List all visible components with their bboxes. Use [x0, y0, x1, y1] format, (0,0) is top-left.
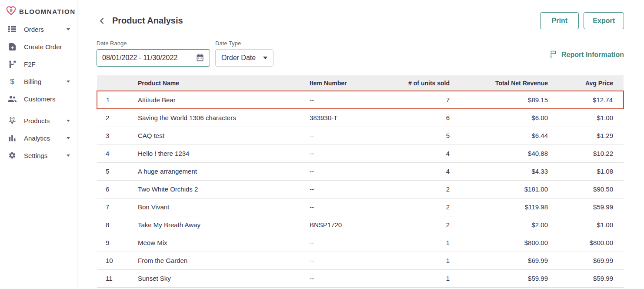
sidebar-item-create-order[interactable]: Create Order — [0, 38, 77, 55]
units-sold-cell: 1 — [400, 234, 457, 252]
table-row[interactable]: 11Sunset Sky--1$59.99$59.99 — [97, 269, 624, 287]
avg-price-cell: $1.08 — [555, 162, 624, 180]
rank-column-header — [97, 75, 131, 91]
sidebar-divider — [0, 110, 77, 110]
units-sold-cell: 1 — [400, 269, 457, 287]
sidebar-item-settings[interactable]: Settings — [0, 147, 77, 164]
total-net-revenue-cell: $89.15 — [457, 91, 555, 109]
date-type-value: Order Date — [221, 54, 256, 62]
avg-price-cell: $12.74 — [555, 91, 624, 109]
date-range-input-wrap — [97, 49, 210, 67]
sidebar-nav: Orders Create Order — [0, 20, 77, 164]
rank-cell: 10 — [97, 252, 131, 269]
date-range-label: Date Range — [97, 40, 210, 47]
bar-chart-icon — [8, 135, 17, 141]
total-net-revenue-cell: $800.00 — [457, 234, 555, 252]
units-sold-cell: 2 — [400, 198, 457, 216]
product-name-column-header: Product Name — [131, 75, 303, 91]
date-type-select[interactable]: Order Date — [215, 49, 274, 67]
avg-price-cell: $10.22 — [555, 144, 624, 162]
product-name-cell: Two White Orchids 2 — [131, 180, 303, 198]
total-net-revenue-cell: $59.99 — [457, 269, 555, 287]
avg-price-cell: $69.99 — [555, 252, 624, 269]
chevron-down-icon — [67, 137, 70, 139]
item-number-cell: -- — [303, 144, 400, 162]
product-name-cell: From the Garden — [131, 252, 303, 269]
item-number-cell: -- — [303, 162, 400, 180]
sidebar-item-label: Create Order — [24, 43, 70, 50]
revenue-column-header: Total Net Revenue — [457, 75, 555, 91]
product-name-cell: A huge arrangement — [131, 162, 303, 180]
table-header-row: Product Name Item Number # of units sold… — [97, 75, 624, 91]
bloomnation-heart-icon — [6, 6, 16, 17]
page-header: Product Analysis Print Export — [97, 12, 624, 29]
sidebar-item-label: F2F — [24, 60, 70, 68]
avg-price-cell: $1.00 — [555, 216, 624, 234]
people-icon — [8, 96, 17, 102]
sidebar-item-label: Orders — [24, 26, 67, 33]
units-sold-cell: 7 — [400, 91, 457, 109]
table-row[interactable]: 6Two White Orchids 2--2$181.00$90.50 — [97, 180, 624, 198]
back-button[interactable] — [97, 15, 108, 27]
total-net-revenue-cell: $2.00 — [457, 216, 555, 234]
sidebar-item-analytics[interactable]: Analytics — [0, 129, 77, 147]
table-row[interactable]: 5A huge arrangement--4$4.33$1.08 — [97, 162, 624, 180]
sidebar: BLOOMNATION Orders — [0, 0, 77, 289]
product-analysis-table: Product Name Item Number # of units sold… — [97, 75, 624, 288]
date-type-field: Date Type Order Date — [215, 40, 274, 67]
chevron-down-icon — [67, 28, 70, 30]
item-number-cell: -- — [303, 269, 400, 287]
sidebar-item-label: Settings — [24, 152, 67, 159]
table-row[interactable]: 1Attitude Bear--7$89.15$12.74 — [97, 91, 624, 109]
total-net-revenue-cell: $6.00 — [457, 109, 555, 127]
table-row[interactable]: 4Hello ! there 1234--4$40.88$10.22 — [97, 144, 624, 162]
bloomnation-logo[interactable]: BLOOMNATION — [0, 6, 77, 17]
sidebar-item-label: Billing — [24, 78, 67, 85]
units-sold-column-header: # of units sold — [400, 75, 457, 91]
units-sold-cell: 6 — [400, 109, 457, 127]
sidebar-item-orders[interactable]: Orders — [0, 20, 77, 38]
total-net-revenue-cell: $40.88 — [457, 144, 555, 162]
print-button[interactable]: Print — [540, 12, 579, 29]
rank-cell: 8 — [97, 216, 131, 234]
date-range-field: Date Range — [97, 40, 210, 67]
table-row[interactable]: 7Bon Vivant--2$119.98$59.99 — [97, 198, 624, 216]
date-range-input[interactable] — [102, 54, 196, 62]
sidebar-item-label: Customers — [24, 95, 70, 103]
app-window: BLOOMNATION Orders — [0, 0, 644, 289]
table-row[interactable]: 9Meow Mix--1$800.00$800.00 — [97, 234, 624, 252]
table-row[interactable]: 2Saving the World 1306 characters383930-… — [97, 109, 624, 127]
item-number-cell: 383930-T — [303, 109, 400, 127]
avg-price-cell: $90.50 — [555, 180, 624, 198]
sidebar-item-label: Products — [24, 117, 67, 124]
table-row[interactable]: 8Take My Breath AwayBNSP17202$2.00$1.00 — [97, 216, 624, 234]
flag-icon — [549, 50, 557, 60]
total-net-revenue-cell: $6.44 — [457, 127, 555, 144]
units-sold-cell: 5 — [400, 127, 457, 144]
table-row[interactable]: 10From the Garden--1$69.99$69.99 — [97, 252, 624, 269]
chevron-down-icon — [67, 120, 70, 122]
table-row[interactable]: 3CAQ test--5$6.44$1.29 — [97, 127, 624, 144]
export-button[interactable]: Export — [584, 12, 624, 29]
sidebar-item-f2f[interactable]: F2F — [0, 55, 77, 73]
page-title: Product Analysis — [112, 16, 183, 26]
sidebar-item-customers[interactable]: Customers — [0, 90, 77, 108]
chevron-down-icon — [67, 155, 70, 157]
units-sold-cell: 4 — [400, 162, 457, 180]
item-number-cell: -- — [303, 234, 400, 252]
rank-cell: 1 — [97, 91, 131, 109]
product-name-cell: Take My Breath Away — [131, 216, 303, 234]
sidebar-item-products[interactable]: Products — [0, 112, 77, 129]
avg-price-cell: $59.99 — [555, 269, 624, 287]
total-net-revenue-cell: $69.99 — [457, 252, 555, 269]
units-sold-cell: 2 — [400, 180, 457, 198]
sidebar-item-billing[interactable]: $ Billing — [0, 73, 77, 90]
avg-price-cell: $59.99 — [555, 198, 624, 216]
report-information-link[interactable]: Report Information — [549, 50, 624, 60]
avg-price-cell: $1.29 — [555, 127, 624, 144]
gear-icon — [8, 151, 17, 159]
flower-icon — [8, 117, 17, 124]
dollar-icon: $ — [8, 78, 17, 85]
calendar-icon[interactable] — [196, 54, 204, 62]
item-number-cell: -- — [303, 127, 400, 144]
